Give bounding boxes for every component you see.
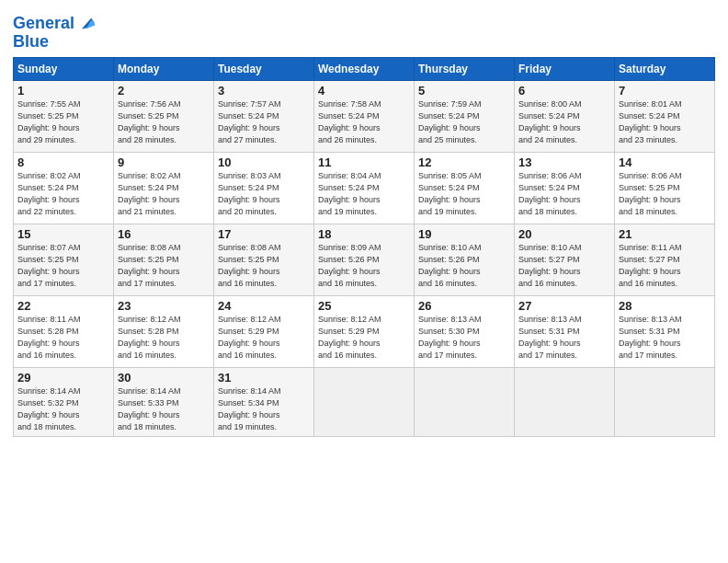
day-detail: Sunrise: 8:08 AMSunset: 5:25 PMDaylight:… — [218, 242, 310, 290]
calendar-cell: 3Sunrise: 7:57 AMSunset: 5:24 PMDaylight… — [214, 81, 314, 153]
calendar-cell: 5Sunrise: 7:59 AMSunset: 5:24 PMDaylight… — [415, 81, 515, 153]
calendar-cell: 12Sunrise: 8:05 AMSunset: 5:24 PMDayligh… — [415, 153, 515, 224]
calendar-cell: 8Sunrise: 8:02 AMSunset: 5:24 PMDaylight… — [14, 153, 114, 224]
day-number: 27 — [518, 299, 610, 313]
day-detail: Sunrise: 8:09 AMSunset: 5:26 PMDaylight:… — [318, 242, 410, 290]
calendar-cell: 29Sunrise: 8:14 AMSunset: 5:32 PMDayligh… — [14, 368, 114, 437]
day-detail: Sunrise: 8:13 AMSunset: 5:31 PMDaylight:… — [518, 314, 610, 362]
header: General Blue — [13, 9, 715, 50]
calendar-cell: 23Sunrise: 8:12 AMSunset: 5:28 PMDayligh… — [114, 296, 214, 368]
day-detail: Sunrise: 8:12 AMSunset: 5:29 PMDaylight:… — [218, 314, 310, 362]
day-number: 19 — [418, 227, 510, 241]
day-number: 22 — [17, 299, 109, 313]
weekday-header: Monday — [114, 58, 214, 81]
page-container: General Blue SundayMondayTuesdayWednesda… — [0, 0, 728, 444]
calendar-cell: 2Sunrise: 7:56 AMSunset: 5:25 PMDaylight… — [114, 81, 214, 153]
day-detail: Sunrise: 8:06 AMSunset: 5:24 PMDaylight:… — [518, 170, 610, 218]
day-number: 9 — [118, 155, 210, 169]
weekday-header: Sunday — [14, 58, 114, 81]
day-number: 25 — [318, 299, 410, 313]
day-detail: Sunrise: 8:14 AMSunset: 5:33 PMDaylight:… — [118, 385, 210, 433]
day-number: 16 — [118, 227, 210, 241]
day-detail: Sunrise: 8:13 AMSunset: 5:30 PMDaylight:… — [418, 314, 510, 362]
day-number: 31 — [218, 371, 310, 385]
calendar-cell: 31Sunrise: 8:14 AMSunset: 5:34 PMDayligh… — [214, 368, 314, 437]
day-detail: Sunrise: 8:05 AMSunset: 5:24 PMDaylight:… — [418, 170, 510, 218]
calendar-cell: 18Sunrise: 8:09 AMSunset: 5:26 PMDayligh… — [314, 224, 415, 296]
calendar-cell: 13Sunrise: 8:06 AMSunset: 5:24 PMDayligh… — [515, 153, 615, 224]
weekday-header: Friday — [515, 58, 615, 81]
calendar-week-row: 22Sunrise: 8:11 AMSunset: 5:28 PMDayligh… — [14, 296, 715, 368]
day-number: 6 — [518, 84, 610, 98]
calendar-cell: 22Sunrise: 8:11 AMSunset: 5:28 PMDayligh… — [14, 296, 114, 368]
day-number: 18 — [318, 227, 410, 241]
logo-blue: Blue — [13, 33, 97, 50]
weekday-header: Thursday — [415, 58, 515, 81]
calendar-cell: 27Sunrise: 8:13 AMSunset: 5:31 PMDayligh… — [515, 296, 615, 368]
day-detail: Sunrise: 8:06 AMSunset: 5:25 PMDaylight:… — [619, 170, 711, 218]
day-detail: Sunrise: 8:07 AMSunset: 5:25 PMDaylight:… — [17, 242, 109, 290]
day-detail: Sunrise: 8:14 AMSunset: 5:32 PMDaylight:… — [17, 385, 109, 433]
day-detail: Sunrise: 7:55 AMSunset: 5:25 PMDaylight:… — [17, 98, 109, 146]
calendar-cell: 25Sunrise: 8:12 AMSunset: 5:29 PMDayligh… — [314, 296, 415, 368]
calendar-cell: 20Sunrise: 8:10 AMSunset: 5:27 PMDayligh… — [515, 224, 615, 296]
calendar-cell: 9Sunrise: 8:02 AMSunset: 5:24 PMDaylight… — [114, 153, 214, 224]
day-number: 24 — [218, 299, 310, 313]
day-detail: Sunrise: 7:56 AMSunset: 5:25 PMDaylight:… — [118, 98, 210, 146]
day-number: 21 — [619, 227, 711, 241]
day-detail: Sunrise: 8:08 AMSunset: 5:25 PMDaylight:… — [118, 242, 210, 290]
calendar-cell: 28Sunrise: 8:13 AMSunset: 5:31 PMDayligh… — [615, 296, 715, 368]
weekday-header: Wednesday — [314, 58, 415, 81]
day-detail: Sunrise: 8:13 AMSunset: 5:31 PMDaylight:… — [619, 314, 711, 362]
calendar-cell: 21Sunrise: 8:11 AMSunset: 5:27 PMDayligh… — [615, 224, 715, 296]
calendar-cell: 11Sunrise: 8:04 AMSunset: 5:24 PMDayligh… — [314, 153, 415, 224]
day-number: 12 — [418, 155, 510, 169]
calendar-cell — [515, 368, 615, 437]
day-number: 3 — [218, 84, 310, 98]
calendar-cell: 1Sunrise: 7:55 AMSunset: 5:25 PMDaylight… — [14, 81, 114, 153]
weekday-header-row: SundayMondayTuesdayWednesdayThursdayFrid… — [14, 58, 715, 81]
day-number: 8 — [17, 155, 109, 169]
day-number: 5 — [418, 84, 510, 98]
calendar-table: SundayMondayTuesdayWednesdayThursdayFrid… — [13, 57, 715, 437]
day-number: 20 — [518, 227, 610, 241]
day-number: 15 — [17, 227, 109, 241]
day-detail: Sunrise: 8:04 AMSunset: 5:24 PMDaylight:… — [318, 170, 410, 218]
calendar-cell: 24Sunrise: 8:12 AMSunset: 5:29 PMDayligh… — [214, 296, 314, 368]
day-detail: Sunrise: 8:03 AMSunset: 5:24 PMDaylight:… — [218, 170, 310, 218]
calendar-cell — [415, 368, 515, 437]
calendar-week-row: 29Sunrise: 8:14 AMSunset: 5:32 PMDayligh… — [14, 368, 715, 437]
day-detail: Sunrise: 8:00 AMSunset: 5:24 PMDaylight:… — [518, 98, 610, 146]
day-number: 4 — [318, 84, 410, 98]
day-detail: Sunrise: 8:14 AMSunset: 5:34 PMDaylight:… — [218, 385, 310, 433]
day-number: 30 — [118, 371, 210, 385]
day-detail: Sunrise: 8:10 AMSunset: 5:27 PMDaylight:… — [518, 242, 610, 290]
day-detail: Sunrise: 8:02 AMSunset: 5:24 PMDaylight:… — [118, 170, 210, 218]
day-detail: Sunrise: 8:10 AMSunset: 5:26 PMDaylight:… — [418, 242, 510, 290]
day-detail: Sunrise: 8:12 AMSunset: 5:28 PMDaylight:… — [118, 314, 210, 362]
weekday-header: Tuesday — [214, 58, 314, 81]
calendar-cell: 16Sunrise: 8:08 AMSunset: 5:25 PMDayligh… — [114, 224, 214, 296]
day-detail: Sunrise: 8:11 AMSunset: 5:28 PMDaylight:… — [17, 314, 109, 362]
day-detail: Sunrise: 8:11 AMSunset: 5:27 PMDaylight:… — [619, 242, 711, 290]
logo: General Blue — [13, 13, 97, 50]
day-number: 26 — [418, 299, 510, 313]
calendar-week-row: 15Sunrise: 8:07 AMSunset: 5:25 PMDayligh… — [14, 224, 715, 296]
day-detail: Sunrise: 8:02 AMSunset: 5:24 PMDaylight:… — [17, 170, 109, 218]
calendar-week-row: 8Sunrise: 8:02 AMSunset: 5:24 PMDaylight… — [14, 153, 715, 224]
day-number: 2 — [118, 84, 210, 98]
day-detail: Sunrise: 8:01 AMSunset: 5:24 PMDaylight:… — [619, 98, 711, 146]
calendar-cell — [615, 368, 715, 437]
calendar-cell: 17Sunrise: 8:08 AMSunset: 5:25 PMDayligh… — [214, 224, 314, 296]
day-number: 10 — [218, 155, 310, 169]
day-number: 28 — [619, 299, 711, 313]
calendar-cell: 30Sunrise: 8:14 AMSunset: 5:33 PMDayligh… — [114, 368, 214, 437]
day-detail: Sunrise: 7:57 AMSunset: 5:24 PMDaylight:… — [218, 98, 310, 146]
day-detail: Sunrise: 8:12 AMSunset: 5:29 PMDaylight:… — [318, 314, 410, 362]
day-detail: Sunrise: 7:59 AMSunset: 5:24 PMDaylight:… — [418, 98, 510, 146]
calendar-cell: 14Sunrise: 8:06 AMSunset: 5:25 PMDayligh… — [615, 153, 715, 224]
day-number: 14 — [619, 155, 711, 169]
calendar-cell: 10Sunrise: 8:03 AMSunset: 5:24 PMDayligh… — [214, 153, 314, 224]
day-number: 29 — [17, 371, 109, 385]
calendar-cell: 4Sunrise: 7:58 AMSunset: 5:24 PMDaylight… — [314, 81, 415, 153]
